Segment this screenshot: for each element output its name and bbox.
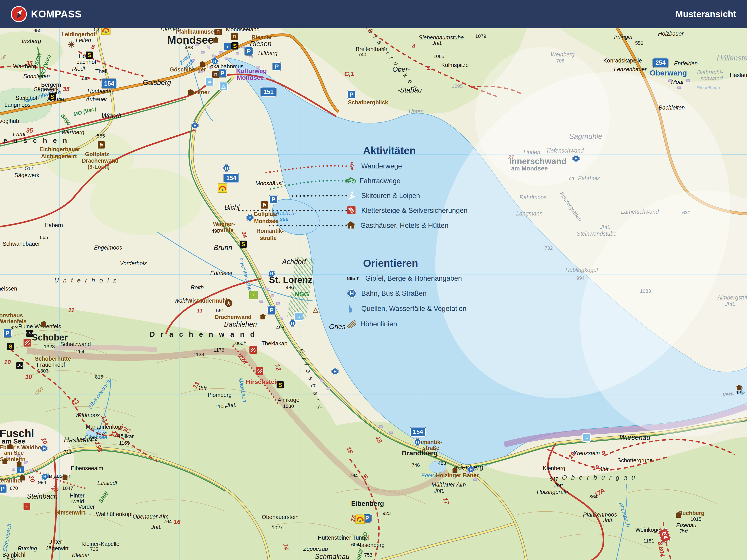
map-label: Unter- — [409, 109, 424, 114]
map-label: Schwandbauer — [3, 241, 40, 247]
map-label: Drachenwand — [215, 314, 252, 320]
map-label: Höribachl — [87, 88, 111, 94]
map-label: 1181 — [643, 538, 654, 543]
map-label: 732 — [545, 246, 553, 251]
map-label: 21 — [508, 154, 514, 160]
map-label: Mühlauer Alm — [432, 482, 466, 487]
map-label: am Mondsee — [511, 165, 548, 171]
map-label: Kleiner — [72, 552, 89, 558]
building — [320, 379, 324, 382]
map-label: Edtmeier — [210, 270, 233, 276]
map-label: Gries — [329, 323, 345, 330]
map-label: 994 — [576, 276, 585, 281]
map-label: Entfelden — [674, 61, 698, 66]
road-shield: 154 — [410, 427, 426, 437]
map-label: Roith — [191, 285, 204, 290]
map-label: Vorder- — [78, 504, 97, 510]
map-label: 4 — [412, 44, 415, 50]
legend-item-wanderwege: Wanderwege — [347, 161, 402, 171]
map-label: Theklakap. — [261, 341, 289, 346]
ski-icon — [347, 191, 357, 201]
map-label: Haslwald — [64, 436, 92, 444]
hut-icon — [260, 314, 266, 319]
map-label: 600 — [0, 54, 7, 61]
map-label: 1083 — [640, 289, 651, 294]
swim-icon: ≈ — [205, 78, 214, 86]
legend-item-skitouren: Skitouren & Loipen — [347, 191, 420, 201]
road-shield: 154 — [224, 174, 239, 183]
legend-item-gasthaeuser: Gasthäuser, Hotels & Hütten — [346, 221, 448, 231]
map-label: SRW — [60, 113, 72, 126]
romantik-icon — [356, 514, 365, 524]
map-label: bachhof — [76, 59, 96, 65]
map-label: Mondsee — [237, 75, 264, 81]
building — [236, 52, 239, 55]
map-label: Mondsee — [167, 35, 214, 46]
info-icon: i — [17, 466, 24, 474]
parking-icon: P — [3, 329, 12, 337]
map-label: Thall — [95, 69, 107, 74]
map-label: Moar — [671, 79, 684, 85]
legend-item-klettersteige: Klettersteige & Seilversicherungen — [347, 206, 467, 215]
museum-icon: Π — [212, 71, 220, 78]
map-label: Altersbach — [618, 502, 631, 528]
map-label: 764 — [163, 519, 172, 524]
map-label: Hilfberg — [258, 50, 278, 56]
parking-icon: P — [269, 195, 278, 204]
map-label: 764 — [350, 473, 358, 478]
hand-icon — [24, 339, 31, 347]
map-label: Jhtt. — [151, 524, 162, 530]
map-label: 1176 — [213, 348, 224, 353]
map-label: 555 — [97, 134, 105, 138]
map-label: Eisenau — [676, 523, 696, 528]
map-label: Bachleiten — [659, 105, 685, 110]
map-label: Brunn — [214, 244, 232, 251]
page-title: Musteransicht — [675, 9, 736, 19]
map-label: Wald — [174, 298, 187, 303]
map-label: 740 — [358, 52, 366, 57]
map-label: Riedelbach — [696, 85, 720, 90]
map-label: Mondsee — [254, 218, 278, 224]
map-label: 10 — [4, 359, 11, 365]
info-icon: i — [224, 43, 231, 50]
anchor-icon: ⚓ — [738, 388, 746, 394]
map-label: Diebrecht- — [697, 70, 723, 75]
road-shield: 254 — [653, 58, 668, 68]
map-label: 17 — [442, 497, 450, 505]
ladder-icon — [347, 206, 357, 215]
map-label: 650 — [33, 28, 42, 33]
map-label: 706 — [556, 58, 565, 63]
map-label: 665 — [40, 235, 48, 240]
building — [686, 79, 690, 82]
map-label: Wagner- — [213, 221, 235, 227]
map-label: Weinkogel — [635, 527, 661, 533]
map-label: 16 — [360, 473, 369, 482]
map-label: Eibenseebach — [87, 379, 111, 410]
map-label: 526 — [567, 176, 576, 181]
map-label: 1303 — [37, 369, 49, 373]
map-label: 1169 — [119, 441, 130, 446]
building — [677, 86, 681, 89]
map-label: Linden — [523, 150, 540, 155]
map-label: Romantik- — [256, 228, 284, 234]
map-label: 1074 — [96, 431, 107, 436]
map-label: Langmann — [516, 211, 543, 216]
map-label: Fehrholz — [578, 176, 600, 181]
map-label: Höblingkogel — [565, 267, 598, 273]
map-label: 815 — [95, 375, 103, 379]
legend-label: Klettersteige & Seilversicherungen — [361, 207, 467, 215]
map-label: Steiblhof — [16, 95, 37, 101]
sail-icon: △ — [219, 82, 228, 90]
map-label: Kreuzstein — [573, 450, 600, 456]
map-label: Jhtt. — [603, 517, 614, 523]
map-label: 35 — [63, 86, 70, 92]
map-label: (9-Loch) — [87, 164, 110, 169]
map-label: Golfplatz — [85, 152, 109, 157]
bus-icon: H — [191, 122, 199, 129]
map-label: 16 — [174, 519, 180, 525]
bus-icon: H — [289, 320, 296, 327]
map-label: Ruine Wartenfels — [18, 324, 61, 329]
map-label: 947 — [550, 477, 558, 482]
map-label: Holzingeralm — [537, 489, 569, 495]
map-label: Fuschler Ache — [238, 257, 253, 292]
